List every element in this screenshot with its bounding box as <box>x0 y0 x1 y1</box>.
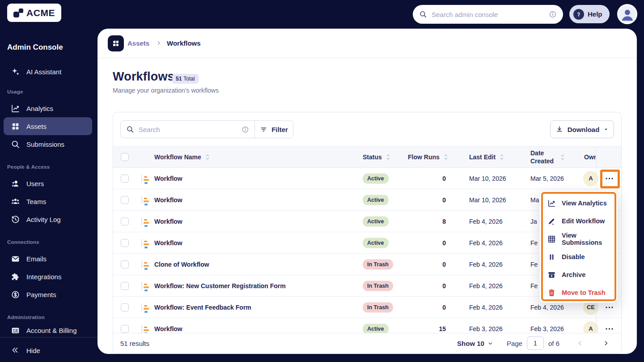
help-button[interactable]: Help <box>569 5 610 23</box>
workflow-name[interactable]: Workflow: New Customer Registration Form <box>154 282 286 290</box>
sort-icon[interactable] <box>560 153 565 161</box>
table-search-group: Filter <box>120 120 293 138</box>
sidebar-item-label: Users <box>26 180 44 187</box>
trash-icon <box>547 289 556 297</box>
breadcrumb: Assets Workflows <box>97 29 637 58</box>
info-icon[interactable] <box>549 10 557 18</box>
total-count: 51 <box>176 76 182 82</box>
row-actions-button[interactable] <box>599 169 619 188</box>
workflow-name[interactable]: Workflow <box>154 196 182 204</box>
menu-item-label: View Submissions <box>562 232 618 246</box>
sidebar-item-label: AI Assistant <box>26 68 61 76</box>
admin-search[interactable] <box>413 5 563 24</box>
workflow-name[interactable]: Workflow <box>154 175 182 182</box>
sidebar-title: Admin Console <box>7 43 63 52</box>
workflow-name[interactable]: Workflow <box>154 239 182 247</box>
sidebar-divider <box>0 337 97 337</box>
sidebar-item-label: Assets <box>26 123 47 130</box>
page-size-select[interactable]: Show 10 <box>457 340 493 347</box>
row-checkbox[interactable] <box>121 196 129 204</box>
column-header-flow-runs: Flow Runs <box>408 153 440 161</box>
next-page-button[interactable] <box>601 338 611 349</box>
status-badge: Active <box>363 216 389 226</box>
breadcrumb-assets-link[interactable]: Assets <box>127 39 149 47</box>
main-content: Assets Workflows Workflows 51 Total Mana… <box>97 29 637 354</box>
row-checkbox[interactable] <box>121 282 129 290</box>
sidebar-item-teams[interactable]: Teams <box>4 192 92 210</box>
total-count-badge: 51 Total <box>172 74 199 84</box>
menu-item-edit-workflow[interactable]: Edit Workflow <box>540 212 618 230</box>
sidebar-collapse-button[interactable]: Hide <box>4 341 92 359</box>
menu-item-disable[interactable]: Disable <box>540 248 618 266</box>
workflow-icon <box>141 325 142 333</box>
chevron-right-icon <box>156 40 161 46</box>
sidebar-item-label: Submissions <box>26 141 64 148</box>
menu-item-view-submissions[interactable]: View Submissions <box>540 230 618 248</box>
sort-icon[interactable] <box>205 153 210 161</box>
previous-page-button[interactable] <box>575 338 585 349</box>
select-all-checkbox[interactable] <box>121 153 129 161</box>
menu-item-label: Edit Workflow <box>562 217 605 225</box>
table-grid-icon <box>547 235 556 243</box>
workflow-name[interactable]: Workflow <box>154 325 182 332</box>
workflow-name[interactable]: Clone of Workflow <box>154 261 209 268</box>
sidebar-item-submissions[interactable]: Submissions <box>4 135 92 153</box>
filter-icon <box>260 126 267 133</box>
sort-icon[interactable] <box>499 153 504 161</box>
workflows-table-card: Filter Download Workflow Name Status <box>113 112 622 353</box>
row-checkbox[interactable] <box>121 217 129 226</box>
sidebar-item-integrations[interactable]: Integrations <box>4 268 92 285</box>
row-checkbox[interactable] <box>121 260 129 268</box>
sidebar-item-assets[interactable]: Assets <box>4 117 92 135</box>
info-icon[interactable] <box>242 126 249 133</box>
sort-icon[interactable] <box>386 153 391 161</box>
sidebar-item-ai-assistant[interactable]: AI Assistant <box>4 63 92 81</box>
pencil-icon <box>547 217 556 226</box>
table-search[interactable] <box>121 121 254 138</box>
sidebar-item-label: Hide <box>26 347 40 354</box>
sort-icon[interactable] <box>443 153 449 161</box>
row-actions-button[interactable] <box>599 319 619 335</box>
chevron-left-icon <box>576 340 584 347</box>
page-number-input[interactable] <box>527 336 544 350</box>
assets-app-icon <box>108 35 124 51</box>
workflow-icon <box>141 282 142 290</box>
sidebar-item-users[interactable]: Users <box>4 175 92 192</box>
menu-item-archive[interactable]: Archive <box>540 266 618 284</box>
workflow-icon <box>141 217 142 226</box>
row-checkbox[interactable] <box>121 325 129 333</box>
sidebar-item-analytics[interactable]: Analytics <box>4 99 92 117</box>
acme-logo[interactable]: ACME <box>7 4 61 22</box>
last-edit-value: Mar 10, 2026 <box>469 196 506 204</box>
page-of-label: of 6 <box>548 340 559 347</box>
magnifier-icon <box>11 140 20 149</box>
sidebar-item-emails[interactable]: Emails <box>4 250 92 268</box>
menu-item-view-analytics[interactable]: View Analytics <box>540 194 618 212</box>
row-actions-menu: View Analytics Edit Workflow View Submis… <box>539 190 618 303</box>
table-search-input[interactable] <box>139 126 237 133</box>
row-checkbox[interactable] <box>121 175 129 183</box>
row-checkbox[interactable] <box>121 239 129 247</box>
puzzle-icon <box>11 272 20 281</box>
download-button[interactable]: Download <box>550 120 614 138</box>
analytics-icon <box>547 199 556 208</box>
filter-label: Filter <box>271 126 288 133</box>
row-checkbox[interactable] <box>121 303 129 311</box>
sparkles-icon <box>11 67 20 77</box>
envelope-icon <box>11 254 20 264</box>
admin-search-input[interactable] <box>432 11 544 18</box>
pause-icon <box>547 253 556 261</box>
last-edit-value: Feb 4, 2026 <box>469 218 503 225</box>
filter-button[interactable]: Filter <box>254 121 293 138</box>
sidebar-item-account-billing[interactable]: Account & Billing <box>4 321 92 339</box>
help-label: Help <box>588 10 602 18</box>
sidebar-item-payments[interactable]: Payments <box>4 285 92 303</box>
workflow-icon <box>141 239 142 247</box>
workflow-name[interactable]: Workflow: Event Feedback Form <box>154 304 251 311</box>
menu-item-move-to-trash[interactable]: Move to Trash <box>540 284 618 302</box>
breadcrumb-current: Workflows <box>167 39 201 47</box>
sidebar-item-activity-log[interactable]: Activity Log <box>4 210 92 228</box>
column-header-name: Workflow Name <box>154 153 201 161</box>
workflow-name[interactable]: Workflow <box>154 218 182 225</box>
user-avatar[interactable] <box>617 4 637 24</box>
